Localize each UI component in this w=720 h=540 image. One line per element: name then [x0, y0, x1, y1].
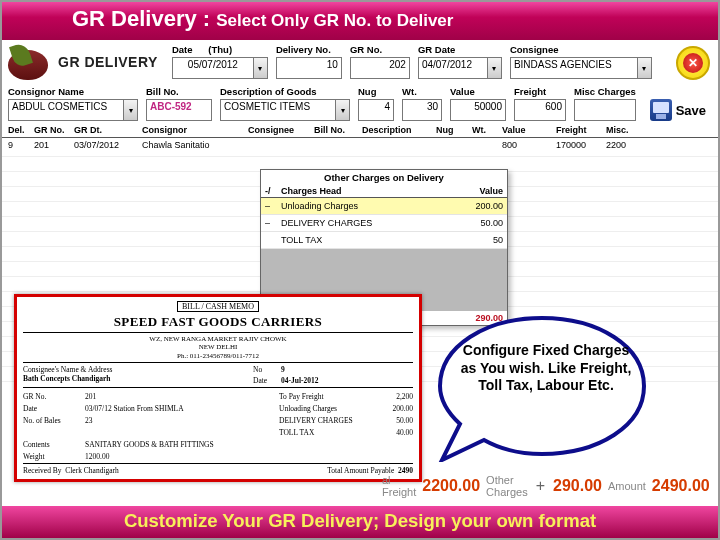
value-label: Value — [450, 86, 506, 97]
goods-field[interactable]: COSMETIC ITEMS — [220, 99, 336, 121]
charge-row[interactable]: –DELIVERY CHARGES50.00 — [261, 215, 507, 232]
popup-title: Other Charges on Delivery — [261, 170, 507, 185]
app-logo — [8, 44, 52, 82]
date-label: Date (Thu) — [172, 44, 268, 55]
goods-label: Description of Goods — [220, 86, 350, 97]
bill-no-field[interactable]: ABC-592 — [146, 99, 212, 121]
gr-no-field[interactable]: 202 — [350, 57, 410, 79]
consignor-field[interactable]: ABDUL COSMETICS — [8, 99, 124, 121]
consignee-label: Consignee — [510, 44, 652, 55]
gr-date-field[interactable]: 04/07/2012 — [418, 57, 488, 79]
save-button[interactable]: Save — [650, 99, 706, 121]
wt-field[interactable]: 30 — [402, 99, 442, 121]
table-row[interactable]: 920103/07/2012 Chawla Sanitatio 80017000… — [2, 138, 718, 157]
freight-label: Freight — [514, 86, 566, 97]
delivery-no-field[interactable]: 10 — [276, 57, 342, 79]
delivery-no-label: Delivery No. — [276, 44, 342, 55]
gr-no-label: GR No. — [350, 44, 410, 55]
nug-field[interactable]: 4 — [358, 99, 394, 121]
slide-title: GR Delivery : Select Only GR No. to Deli… — [2, 2, 718, 40]
consignor-label: Consignor Name — [8, 86, 138, 97]
misc-label: Misc Charges — [574, 86, 636, 97]
close-button[interactable]: ✕ — [676, 46, 710, 80]
totals-bar: al Freight 2200.00 Other Charges+ 290.00… — [382, 474, 712, 498]
screen-heading: GR DELIVERY — [58, 54, 158, 70]
consignee-field[interactable]: BINDASS AGENCIES — [510, 57, 638, 79]
misc-field[interactable] — [574, 99, 636, 121]
callout-bubble: Configure Fixed Charges as You wish. Lik… — [430, 312, 654, 462]
footer-caption: Customize Your GR Delivery; Design your … — [2, 506, 718, 538]
grid-header: Del.GR No.GR Dt. ConsignorConsigneeBill … — [2, 123, 718, 138]
nug-label: Nug — [358, 86, 394, 97]
chevron-down-icon[interactable]: ▾ — [124, 99, 138, 121]
gr-date-label: GR Date — [418, 44, 502, 55]
bill-memo-preview: BILL / CASH MEMO SPEED FAST GOODS CARRIE… — [14, 294, 422, 482]
chevron-down-icon[interactable]: ▾ — [254, 57, 268, 79]
chevron-down-icon[interactable]: ▾ — [336, 99, 350, 121]
chevron-down-icon[interactable]: ▾ — [488, 57, 502, 79]
charge-row[interactable]: TOLL TAX50 — [261, 232, 507, 249]
chevron-down-icon[interactable]: ▾ — [638, 57, 652, 79]
save-icon — [650, 99, 672, 121]
bill-no-label: Bill No. — [146, 86, 212, 97]
freight-field[interactable]: 600 — [514, 99, 566, 121]
charge-row[interactable]: –Unloading Charges200.00 — [261, 198, 507, 215]
wt-label: Wt. — [402, 86, 442, 97]
value-field[interactable]: 50000 — [450, 99, 506, 121]
close-icon: ✕ — [683, 53, 703, 73]
date-field[interactable]: 05/07/2012 — [172, 57, 254, 79]
